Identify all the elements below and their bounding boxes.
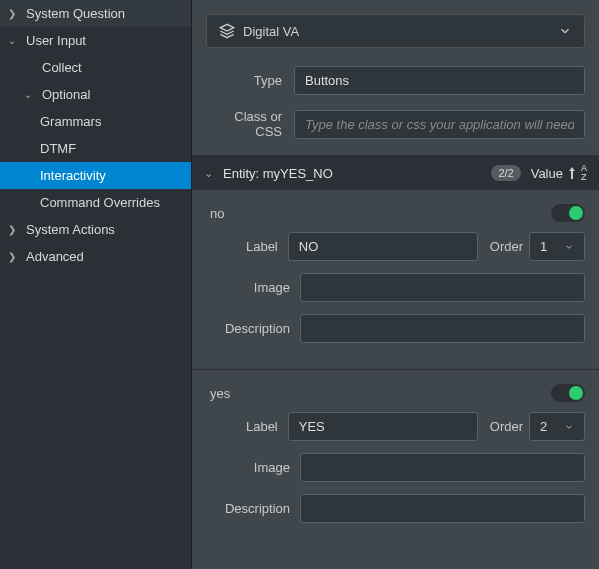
sidebar-item-label: Grammars xyxy=(40,114,101,129)
chevron-down-icon: ⌄ xyxy=(204,167,213,180)
label-input[interactable] xyxy=(288,412,478,441)
class-label: Class or CSS xyxy=(206,109,294,139)
description-field-label: Description xyxy=(206,321,300,336)
sidebar-item-label: User Input xyxy=(26,33,86,48)
sidebar-item-command-overrides[interactable]: Command Overrides xyxy=(0,189,191,216)
chevron-down-icon: ⌄ xyxy=(8,35,22,46)
order-label: Order xyxy=(490,419,523,434)
sidebar-item-dtmf[interactable]: DTMF xyxy=(0,135,191,162)
label-field-label: Label xyxy=(206,419,288,434)
chevron-down-icon xyxy=(564,422,574,432)
channel-select[interactable]: Digital VA xyxy=(206,14,585,48)
sidebar: ❯System Question ⌄User Input Collect ⌄Op… xyxy=(0,0,192,569)
class-input[interactable] xyxy=(294,110,585,139)
description-field-label: Description xyxy=(206,501,300,516)
label-field-label: Label xyxy=(206,239,288,254)
chevron-right-icon: ❯ xyxy=(8,8,22,19)
sort-control[interactable]: Value AZ xyxy=(531,164,587,182)
sort-label: Value xyxy=(531,166,563,181)
description-input[interactable] xyxy=(300,494,585,523)
entity-header[interactable]: ⌄ Entity: myYES_NO 2/2 Value AZ xyxy=(192,156,599,190)
order-value: 1 xyxy=(540,239,547,254)
sidebar-item-collect[interactable]: Collect xyxy=(0,54,191,81)
sidebar-item-system-actions[interactable]: ❯System Actions xyxy=(0,216,191,243)
sidebar-item-grammars[interactable]: Grammars xyxy=(0,108,191,135)
entity-value-yes: yes Label Order 2 Image Description xyxy=(192,370,599,549)
type-input[interactable] xyxy=(294,66,585,95)
sidebar-item-label: System Question xyxy=(26,6,125,21)
value-toggle[interactable] xyxy=(551,204,585,222)
sort-asc-icon xyxy=(567,167,577,179)
entity-value-no: no Label Order 1 Image Description xyxy=(192,190,599,369)
value-name: no xyxy=(206,206,224,221)
value-name: yes xyxy=(206,386,230,401)
sort-alpha-icon: AZ xyxy=(581,164,587,182)
image-field-label: Image xyxy=(206,280,300,295)
sidebar-item-label: Interactivity xyxy=(40,168,106,183)
order-select[interactable]: 1 xyxy=(529,232,585,261)
sidebar-item-label: DTMF xyxy=(40,141,76,156)
order-select[interactable]: 2 xyxy=(529,412,585,441)
image-input[interactable] xyxy=(300,453,585,482)
sidebar-item-label: Optional xyxy=(42,87,90,102)
image-input[interactable] xyxy=(300,273,585,302)
sidebar-item-user-input[interactable]: ⌄User Input xyxy=(0,27,191,54)
chevron-right-icon: ❯ xyxy=(8,224,22,235)
main-panel: Digital VA Type Class or CSS ⌄ Entity: m… xyxy=(192,0,599,569)
layers-icon xyxy=(219,23,235,39)
order-value: 2 xyxy=(540,419,547,434)
sidebar-item-label: Collect xyxy=(42,60,82,75)
sidebar-item-label: Command Overrides xyxy=(40,195,160,210)
channel-label: Digital VA xyxy=(243,24,299,39)
label-input[interactable] xyxy=(288,232,478,261)
description-input[interactable] xyxy=(300,314,585,343)
order-label: Order xyxy=(490,239,523,254)
svg-marker-0 xyxy=(220,24,233,31)
sidebar-item-label: System Actions xyxy=(26,222,115,237)
chevron-right-icon: ❯ xyxy=(8,251,22,262)
chevron-down-icon xyxy=(564,242,574,252)
image-field-label: Image xyxy=(206,460,300,475)
sidebar-item-interactivity[interactable]: Interactivity xyxy=(0,162,191,189)
value-toggle[interactable] xyxy=(551,384,585,402)
entity-count-badge: 2/2 xyxy=(491,165,520,181)
sidebar-item-system-question[interactable]: ❯System Question xyxy=(0,0,191,27)
type-label: Type xyxy=(206,73,294,88)
entity-title: Entity: myYES_NO xyxy=(223,166,481,181)
chevron-down-icon xyxy=(558,24,572,38)
sidebar-item-advanced[interactable]: ❯Advanced xyxy=(0,243,191,270)
sidebar-item-label: Advanced xyxy=(26,249,84,264)
chevron-down-icon: ⌄ xyxy=(24,89,38,100)
sidebar-item-optional[interactable]: ⌄Optional xyxy=(0,81,191,108)
